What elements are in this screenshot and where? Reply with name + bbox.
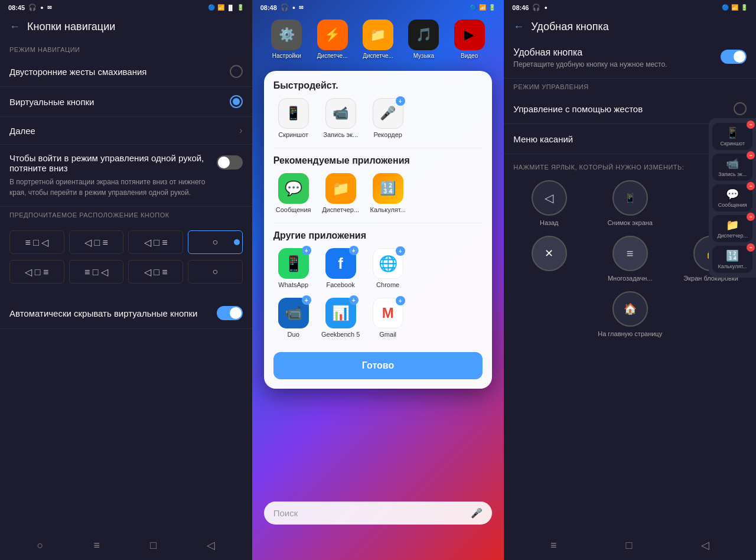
popup-screenshot-tool[interactable]: 📱 Скриншот	[273, 98, 314, 138]
setting-dual-swipe[interactable]: Двусторонние жесты смахивания	[0, 57, 252, 87]
app-settings[interactable]: ⚙️ Настройки	[268, 19, 306, 59]
popup-facebook-app[interactable]: f + Facebook	[321, 248, 361, 288]
layout-6-icons: ≡ □ ◁	[84, 266, 108, 278]
nav-back-btn-p3[interactable]: ◁	[701, 539, 709, 552]
auto-hide-toggle[interactable]	[217, 306, 243, 320]
float-screenshot-remove[interactable]: −	[747, 121, 755, 129]
chrome-label: Chrome	[376, 281, 399, 288]
shortcut-screenshot[interactable]: 📱 Снимок экрана	[607, 180, 653, 226]
popup-calc-app[interactable]: 🔢 Калькулят...	[368, 173, 408, 213]
video-rec-tool-icon: 📹	[325, 98, 356, 129]
nav-menu-btn-p3[interactable]: ≡	[550, 539, 557, 552]
nav-square-btn[interactable]: □	[150, 539, 157, 552]
app-taskmanager[interactable]: ⚡ Диспетче...	[313, 19, 351, 59]
status-time-panel1: 08:45 🎧 ● ✉	[8, 4, 52, 11]
popup-section1-title: Быстродейст.	[273, 80, 483, 91]
mic-icon[interactable]: 🎤	[471, 507, 483, 519]
popup-recommended-row: 💬 Сообщения 📁 Диспетчер... 🔢 Калькулят..…	[273, 173, 483, 213]
float-videorec-item[interactable]: − 📹 Запись эк...	[712, 154, 752, 181]
shortcut-back-circle[interactable]: ◁	[532, 180, 567, 216]
bt-icon-p2: 🔵	[470, 4, 477, 11]
popup-messages-app[interactable]: 💬 Сообщения	[273, 173, 314, 213]
popup-gmail-app[interactable]: M + Gmail	[368, 298, 408, 338]
popup-chrome-app[interactable]: 🌐 + Chrome	[368, 248, 408, 288]
float-calc-remove[interactable]: −	[747, 243, 755, 252]
geekbench-icon: 📊 +	[325, 298, 356, 328]
back-button-panel1[interactable]: ←	[9, 21, 20, 33]
app-music[interactable]: 🎵 Музыка	[405, 19, 443, 59]
layout-option-4[interactable]: ○	[188, 230, 243, 254]
bottom-nav-panel1: ○ ≡ □ ◁	[0, 533, 252, 560]
nav-square-btn-p3[interactable]: □	[626, 539, 633, 552]
shortcut-close-circle[interactable]: ✕	[532, 236, 567, 271]
layout-option-6[interactable]: ≡ □ ◁	[69, 260, 124, 284]
time-label-p2: 08:48	[260, 4, 277, 11]
convenient-toggle[interactable]	[721, 50, 747, 64]
shortcut-home-circle[interactable]: 🏠	[612, 291, 648, 327]
shortcut-close[interactable]: ✕	[532, 236, 567, 282]
setting-further[interactable]: Далее ›	[0, 117, 252, 145]
layout-option-7[interactable]: ◁ □ ≡	[128, 260, 183, 284]
float-dispatcher-remove[interactable]: −	[747, 213, 755, 221]
popup-whatsapp-app[interactable]: 📱 + WhatsApp	[273, 248, 314, 288]
virtual-buttons-label: Виртуальные кнопки	[9, 97, 94, 107]
layout-1-icons: ≡ □ ◁	[25, 237, 48, 248]
nav-back-btn[interactable]: ◁	[207, 539, 215, 552]
one-hand-toggle[interactable]	[217, 155, 243, 170]
shortcut-home[interactable]: 🏠 На главную страницу	[598, 291, 662, 337]
layout-option-8[interactable]: ○	[188, 260, 243, 284]
float-messages-icon: 💬	[726, 188, 739, 201]
float-videorec-remove[interactable]: −	[747, 151, 755, 159]
virtual-buttons-radio[interactable]	[230, 95, 243, 108]
shortcut-screenshot-circle[interactable]: 📱	[612, 180, 648, 216]
layout-7-icons: ◁ □ ≡	[144, 266, 168, 278]
popup-section2-title: Рекомендуемые приложения	[273, 155, 483, 166]
shortcut-back[interactable]: ◁ Назад	[532, 180, 567, 226]
shortcut-multitask-label: Многозадачн...	[608, 275, 653, 282]
setting-virtual-buttons[interactable]: Виртуальные кнопки	[0, 87, 252, 117]
setting-auto-hide[interactable]: Автоматически скрывать виртуальные кнопк…	[0, 298, 252, 329]
layout-option-2[interactable]: ◁ □ ≡	[69, 230, 124, 254]
music-label: Музыка	[413, 53, 434, 59]
gesture-control-radio[interactable]	[734, 102, 747, 115]
section-label-button-layout: ПРЕДПОЧИТАЕМОЕ РАСПОЛОЖЕНИЕ КНОПОК	[0, 207, 252, 222]
popup-video-rec-tool[interactable]: 📹 Запись эк...	[321, 98, 361, 138]
app-files[interactable]: 📁 Диспетче...	[359, 19, 397, 59]
page-title-panel3: Удобная кнопка	[531, 21, 608, 33]
float-messages-remove[interactable]: −	[747, 182, 755, 190]
video-label: Видео	[461, 53, 478, 59]
sim-icon-p2: ●	[292, 5, 295, 11]
whatsapp-label: WhatsApp	[278, 281, 308, 288]
app-video[interactable]: ▶ Видео	[450, 19, 488, 59]
calc-app-icon: 🔢	[373, 173, 403, 204]
bt-icon: 🔵	[208, 4, 215, 11]
popup-section3-title: Другие приложения	[273, 230, 483, 241]
float-calc-item[interactable]: − 🔢 Калькулят...	[712, 246, 752, 273]
layout-3-icons: ◁ □ ≡	[144, 237, 168, 248]
popup-dispatcher-app[interactable]: 📁 Диспетчер...	[321, 173, 361, 213]
search-bar[interactable]: Поиск 🎤	[264, 502, 493, 525]
popup-recorder-tool[interactable]: 🎤 + Рекордер	[368, 98, 408, 138]
dispatcher-app-label: Диспетчер...	[322, 206, 359, 213]
back-button-panel3[interactable]: ←	[513, 21, 524, 33]
shortcut-multitask[interactable]: ≡ Многозадачн...	[608, 236, 653, 282]
float-dispatcher-item[interactable]: − 📁 Диспетчер...	[712, 215, 752, 242]
layout-option-5[interactable]: ◁ □ ≡	[9, 260, 64, 284]
popup-geekbench-app[interactable]: 📊 + Geekbench 5	[321, 298, 361, 338]
float-messages-item[interactable]: − 💬 Сообщения	[712, 184, 752, 211]
popup-done-button[interactable]: Готово	[273, 352, 483, 379]
time-label: 08:45	[8, 4, 25, 11]
floating-menu-sidebar: − 📱 Скриншот − 📹 Запись эк... − 💬 Сообще…	[709, 118, 756, 278]
layout-option-1[interactable]: ≡ □ ◁	[9, 230, 64, 254]
music-icon: 🎵	[408, 19, 439, 50]
layout-dot	[234, 239, 240, 245]
float-screenshot-item[interactable]: − 📱 Скриншот	[712, 123, 752, 150]
convenient-desc: Перетащите удобную кнопку на нужное мест…	[513, 60, 667, 69]
nav-menu-btn[interactable]: ≡	[94, 539, 100, 552]
geekbench-add-badge: +	[349, 295, 359, 305]
dual-swipe-radio[interactable]	[230, 65, 243, 78]
layout-option-3[interactable]: ◁ □ ≡	[128, 230, 183, 254]
nav-circle-btn[interactable]: ○	[37, 539, 44, 552]
popup-duo-app[interactable]: 📹 + Duo	[273, 298, 314, 338]
shortcut-multitask-circle[interactable]: ≡	[612, 236, 648, 271]
